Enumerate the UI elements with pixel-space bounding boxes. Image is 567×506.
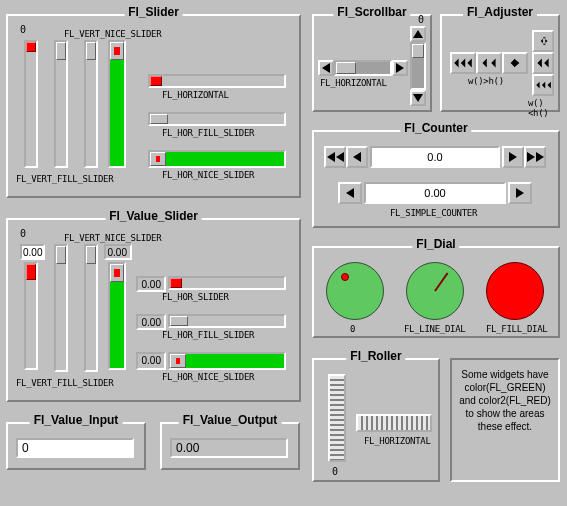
vs-vert-nice[interactable] — [108, 262, 126, 370]
value-output-panel: Fl_Value_Output 0.00 — [160, 422, 300, 470]
counter-panel: Fl_Counter 0.0 0.00 FL_SIMPLE_COUNTER — [312, 130, 560, 228]
dial-title: Fl_Dial — [412, 237, 459, 251]
vs-h3-value: 0.00 — [136, 352, 166, 370]
adj-v-2[interactable] — [532, 52, 554, 74]
roller-h-label: FL_HORIZONTAL — [364, 436, 431, 446]
vert-fill-slider[interactable] — [54, 40, 68, 168]
counter-title: Fl_Counter — [400, 121, 471, 135]
hor-slider-redthumb[interactable] — [148, 74, 286, 88]
dial-line-label: FL_LINE_DIAL — [404, 324, 465, 334]
adj-h-3[interactable] — [502, 52, 528, 74]
hor-nice-slider[interactable] — [148, 150, 286, 168]
vert-nice-slider-label: FL_VERT_NICE_SLIDER — [64, 29, 161, 39]
dial-line[interactable] — [406, 262, 464, 320]
roller-panel: Fl_Roller 0 FL_HORIZONTAL — [312, 358, 440, 482]
counter1-inc[interactable] — [502, 146, 524, 168]
scrollbar-zero-label: 0 — [418, 14, 424, 25]
vs-h2-value: 0.00 — [136, 314, 166, 330]
v-scroll-track[interactable] — [410, 42, 426, 90]
roller-title: Fl_Roller — [346, 349, 405, 363]
vert-slider-3[interactable] — [84, 40, 98, 168]
dial-normal[interactable] — [326, 262, 384, 320]
counter1-fastinc[interactable] — [524, 146, 546, 168]
vs-hor-fill[interactable] — [168, 314, 286, 328]
dial-zero-label: 0 — [350, 324, 355, 334]
value-input-field[interactable]: 0 — [16, 438, 134, 458]
dial-panel: Fl_Dial 0 FL_LINE_DIAL FL_FILL_DIAL — [312, 246, 560, 338]
scroll-left-button[interactable] — [318, 60, 334, 76]
scroll-up-button[interactable] — [410, 26, 426, 42]
hor-nice-label: FL_HOR_NICE_SLIDER — [162, 170, 254, 180]
value-slider-panel: Fl_Value_Slider 0 FL_VERT_NICE_SLIDER 0.… — [6, 218, 301, 402]
counter1-fastdec[interactable] — [324, 146, 346, 168]
info-box: Some widgets have color(FL_GREEN) and co… — [450, 358, 560, 482]
adjuster-title: Fl_Adjuster — [463, 5, 537, 19]
vs1-value: 0.00 — [20, 244, 45, 260]
vs-hslider-label: FL_HOR_SLIDER — [162, 292, 229, 302]
adjuster-panel: Fl_Adjuster w()>h() w()<h() — [440, 14, 560, 112]
adj-v-1[interactable] — [532, 30, 554, 52]
simple-counter-label: FL_SIMPLE_COUNTER — [390, 208, 477, 218]
counter2-display: 0.00 — [364, 182, 506, 204]
vs-hor-nice[interactable] — [168, 352, 286, 370]
vs-zero-label: 0 — [20, 228, 26, 239]
scrollbar-h-label: FL_HORIZONTAL — [320, 78, 387, 88]
counter1-display: 0.0 — [370, 146, 500, 168]
dial-fill[interactable] — [486, 262, 544, 320]
counter1-dec[interactable] — [346, 146, 368, 168]
counter2-inc[interactable] — [508, 182, 532, 204]
h-scroll-track[interactable] — [334, 60, 392, 76]
scrollbar-panel: Fl_Scrollbar 0 FL_HORIZONTAL — [312, 14, 432, 112]
scroll-down-button[interactable] — [410, 90, 426, 106]
vs-vert-3[interactable] — [84, 244, 98, 372]
adj-wlth-label: w()<h() — [528, 98, 558, 118]
vs-hor-1[interactable] — [168, 276, 286, 290]
scrollbar-title: Fl_Scrollbar — [333, 5, 410, 19]
roller-horizontal[interactable] — [356, 414, 432, 432]
scroll-right-button[interactable] — [392, 60, 408, 76]
dial-fill-label: FL_FILL_DIAL — [486, 324, 547, 334]
value-output-field: 0.00 — [170, 438, 288, 458]
vs-vert-2[interactable] — [54, 244, 68, 372]
vs-h1-value: 0.00 — [136, 276, 166, 292]
vs-hnice-label: FL_HOR_NICE_SLIDER — [162, 372, 254, 382]
adj-v-3[interactable] — [532, 74, 554, 96]
slider-zero-label: 0 — [20, 24, 26, 35]
adj-h-2[interactable] — [476, 52, 502, 74]
value-slider-title: Fl_Value_Slider — [105, 209, 202, 223]
roller-vertical[interactable] — [328, 374, 346, 462]
counter2-dec[interactable] — [338, 182, 362, 204]
vert-nice-slider[interactable] — [108, 40, 126, 168]
value-input-panel: Fl_Value_Input 0 — [6, 422, 146, 470]
value-input-title: Fl_Value_Input — [30, 413, 123, 427]
hor-label: FL_HORIZONTAL — [162, 90, 229, 100]
vs-vert-1[interactable] — [24, 262, 38, 370]
slider-panel-title: Fl_Slider — [124, 5, 183, 19]
hor-fill-slider[interactable] — [148, 112, 286, 126]
hor-fill-label: FL_HOR_FILL_SLIDER — [162, 128, 254, 138]
vert-slider-1[interactable] — [24, 40, 38, 168]
value-output-title: Fl_Value_Output — [179, 413, 282, 427]
vs-nice-value: 0.00 — [104, 244, 132, 260]
slider-panel: Fl_Slider 0 FL_VERT_NICE_SLIDER FL_VERT_… — [6, 14, 301, 198]
vs-vfill-label: FL_VERT_FILL_SLIDER — [16, 378, 113, 388]
vert-fill-slider-label: FL_VERT_FILL_SLIDER — [16, 174, 113, 184]
roller-zero-label: 0 — [332, 466, 338, 477]
vs-vnice-label: FL_VERT_NICE_SLIDER — [64, 233, 161, 243]
adj-wgth-label: w()>h() — [468, 76, 504, 86]
vs-hfill-label: FL_HOR_FILL_SLIDER — [162, 330, 254, 340]
adj-h-1[interactable] — [450, 52, 476, 74]
